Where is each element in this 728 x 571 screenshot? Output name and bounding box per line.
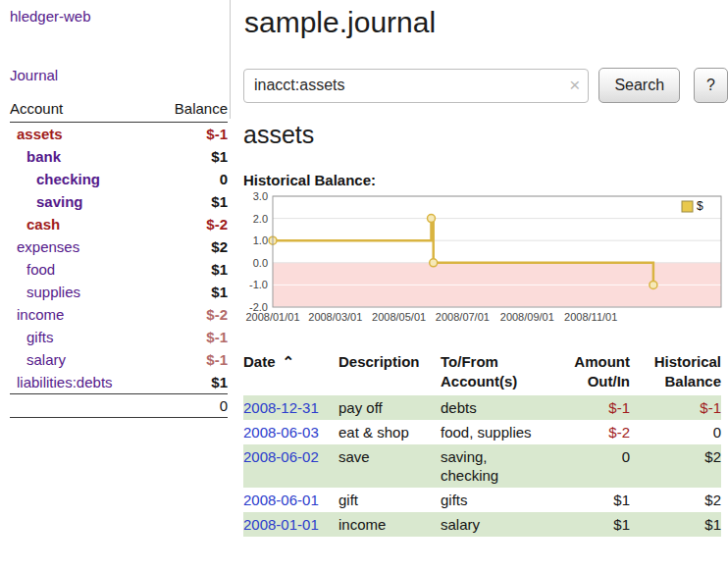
sidebar-item-journal[interactable]: Journal	[10, 67, 228, 83]
x-tick-label: 2008/07/01	[436, 311, 490, 323]
data-point-marker	[430, 259, 438, 267]
column-header-date[interactable]: Date⌃	[243, 352, 338, 395]
x-tick-label: 2008/11/01	[564, 311, 617, 323]
x-tick-label: 2008/09/01	[500, 311, 554, 323]
help-button[interactable]: ?	[694, 68, 728, 103]
transaction-amount: $-2	[563, 420, 630, 444]
transaction-date-link[interactable]: 2008-06-03	[243, 424, 319, 441]
account-row: liabilities:debts$1	[10, 371, 228, 393]
transaction-accounts: gifts	[441, 488, 563, 512]
account-balance: $-1	[206, 351, 228, 368]
accounts-total-row: 0	[10, 393, 228, 418]
account-balance: $2	[211, 238, 228, 255]
column-header-balance: Historical Balance	[630, 352, 721, 395]
account-link-salary[interactable]: salary	[10, 351, 66, 368]
search-button[interactable]: Search	[598, 68, 680, 103]
account-row: bank$1	[10, 145, 228, 168]
transaction-row: 2008-06-02savesaving, checking0$2	[243, 444, 721, 488]
account-row: cash$-2	[10, 213, 228, 235]
account-row: checking0	[10, 168, 228, 190]
transaction-date-link[interactable]: 2008-06-02	[243, 448, 319, 465]
transaction-balance: $1	[630, 512, 721, 537]
amount-header-line2: Out/In	[588, 373, 630, 389]
transaction-date-link[interactable]: 2008-06-01	[243, 492, 319, 508]
transaction-balance: 0	[630, 420, 721, 444]
account-row: assets$-1	[10, 123, 228, 145]
column-header-amount: Amount Out/In	[563, 352, 630, 395]
page-title: sample.journal	[244, 6, 728, 39]
accounts-header-line1: To/From	[441, 353, 498, 370]
account-link-checking[interactable]: checking	[10, 171, 100, 187]
account-link-cash[interactable]: cash	[10, 216, 60, 233]
transaction-description: save	[338, 444, 441, 488]
accounts-header-line2: Account(s)	[441, 373, 517, 389]
account-balance: $-2	[206, 216, 228, 233]
accounts-total-value: 0	[220, 397, 228, 414]
transaction-accounts: salary	[441, 512, 563, 537]
sidebar-divider	[230, 0, 231, 119]
transaction-date-cell: 2008-06-02	[243, 444, 338, 488]
transaction-accounts: debts	[441, 395, 563, 420]
account-row: food$1	[10, 258, 228, 281]
account-link-assets[interactable]: assets	[10, 126, 63, 142]
sort-ascending-icon: ⌃	[283, 353, 295, 370]
search-input[interactable]	[243, 69, 589, 103]
transaction-amount: $-1	[563, 395, 630, 420]
account-balance: $1	[211, 193, 228, 210]
y-tick-label: 1.0	[253, 234, 268, 246]
transaction-balance: $2	[630, 488, 721, 512]
transaction-date-link[interactable]: 2008-12-31	[243, 399, 319, 416]
account-row: supplies$1	[10, 281, 228, 303]
clear-search-icon[interactable]: ×	[569, 75, 580, 96]
x-tick-label: 2008/03/01	[308, 311, 362, 323]
transaction-amount: $1	[563, 512, 630, 537]
account-balance: $1	[211, 374, 228, 390]
account-link-income[interactable]: income	[10, 306, 64, 323]
account-row: saving$1	[10, 190, 228, 213]
y-tick-label: 3.0	[253, 192, 268, 202]
transaction-balance: $2	[630, 444, 721, 488]
transaction-date-cell: 2008-06-01	[243, 488, 338, 512]
column-header-accounts: To/From Account(s)	[441, 352, 563, 395]
legend-swatch	[682, 201, 693, 212]
y-tick-label: 2.0	[253, 213, 268, 225]
balance-header-line1: Historical	[654, 353, 721, 370]
sidebar: hledger-web Journal Account Balance asse…	[10, 0, 228, 418]
transactions-table: Date⌃ Description To/From Account(s) Amo…	[243, 352, 721, 537]
account-row: income$-2	[10, 303, 228, 326]
transaction-date-link[interactable]: 2008-01-01	[243, 516, 319, 533]
account-link-saving[interactable]: saving	[10, 193, 83, 210]
account-balance: $1	[211, 284, 228, 300]
transaction-row: 2008-12-31pay offdebts$-1$-1	[243, 395, 721, 420]
y-tick-label: 0.0	[253, 257, 268, 269]
account-balance: $1	[211, 148, 228, 165]
transaction-date-cell: 2008-06-03	[243, 420, 338, 444]
account-link-food[interactable]: food	[10, 261, 55, 278]
account-balance: $1	[211, 261, 228, 278]
transaction-balance: $-1	[630, 395, 721, 420]
transaction-row: 2008-01-01incomesalary$1$1	[243, 512, 721, 537]
account-row: expenses$2	[10, 235, 228, 258]
account-tree: assets$-1bank$1checking0saving$1cash$-2e…	[10, 123, 228, 393]
date-header-label: Date	[243, 353, 276, 370]
data-point-marker	[428, 215, 436, 223]
transaction-amount: $1	[563, 488, 630, 512]
chart-title: Historical Balance:	[243, 172, 728, 188]
search-bar: × Search ?	[243, 68, 728, 103]
accounts-panel: Account Balance assets$-1bank$1checking0…	[10, 97, 228, 418]
account-heading: assets	[243, 120, 728, 149]
account-link-supplies[interactable]: supplies	[10, 284, 80, 300]
accounts-column-balance: Balance	[175, 100, 228, 117]
app-title-link[interactable]: hledger-web	[10, 0, 228, 25]
account-link-expenses[interactable]: expenses	[10, 238, 79, 255]
data-point-marker	[650, 281, 657, 288]
account-link-gifts[interactable]: gifts	[10, 329, 54, 345]
x-tick-label: 2008/05/01	[372, 311, 426, 323]
search-box: ×	[243, 69, 589, 103]
account-link-bank[interactable]: bank	[10, 148, 61, 165]
chart-svg: 3.02.01.00.0-1.0-2.02008/01/012008/03/01…	[243, 192, 722, 330]
account-link-liabilities-debts[interactable]: liabilities:debts	[10, 374, 113, 390]
transactions-header-row: Date⌃ Description To/From Account(s) Amo…	[243, 352, 721, 395]
balance-header-line2: Balance	[664, 373, 721, 389]
x-tick-label: 2008/01/01	[245, 311, 299, 323]
